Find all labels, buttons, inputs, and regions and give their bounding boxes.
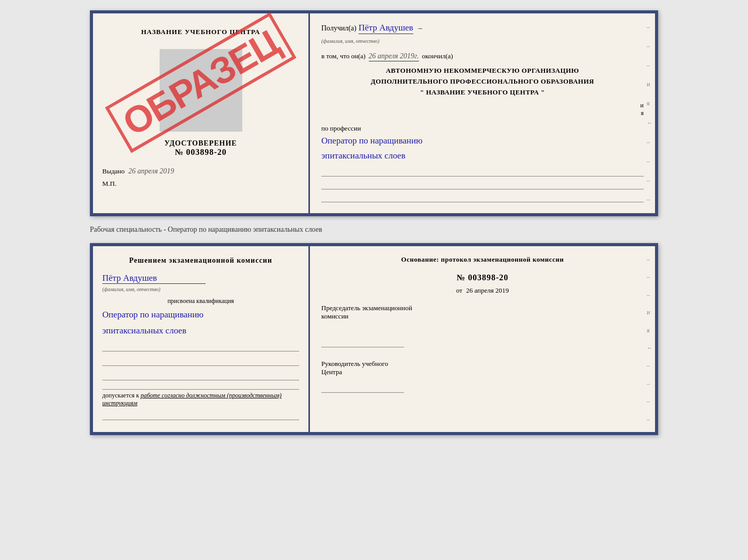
poluchil-label: Получил(а): [321, 24, 356, 33]
prisvoena-label: присвоена квалификация: [102, 297, 299, 305]
udostoverenie-label: УДОСТОВЕРЕНИЕ: [164, 139, 237, 148]
udostoverenie-block: УДОСТОВЕРЕНИЕ № 003898-20: [164, 139, 237, 157]
underline-2: [321, 178, 644, 189]
dash-top: –: [418, 24, 422, 33]
poprofessii-line: по профессии: [321, 124, 644, 133]
profession-block: Оператор по наращиванию эпитаксиальных с…: [321, 134, 644, 164]
qual-line2: эпитаксиальных слоев: [102, 323, 299, 339]
ot-label: от: [456, 286, 462, 294]
top-doc-left: НАЗВАНИЕ УЧЕБНОГО ЦЕНТРА ОБРАЗЕЦ УДОСТОВ…: [93, 13, 310, 213]
dopuskaetsya-underline: [102, 409, 299, 420]
bottom-doc-left: Решением экзаменационной комиссии Пётр А…: [93, 246, 310, 432]
ot-date-line: от 26 апреля 2019: [321, 286, 644, 295]
fio-top: Пётр Авдушев: [359, 23, 413, 34]
vydano-line: Выдано 26 апреля 2019: [102, 167, 299, 175]
qual-underline-3: [102, 369, 299, 380]
dopuskaetsya-line: допускается к работе согласно должностны…: [102, 389, 299, 407]
fio-subtitle-top: (фамилия, имя, отчество): [321, 38, 379, 44]
rukovoditel-label: Руководитель учебного Центра: [321, 360, 644, 376]
profession-line2: эпитаксиальных слоев: [321, 149, 644, 164]
school-name-top: НАЗВАНИЕ УЧЕБНОГО ЦЕНТРА: [141, 28, 260, 36]
and-label: и: [641, 102, 644, 109]
resheniem-title: Решением экзаменационной комиссии: [102, 257, 299, 265]
rukovoditel-line1: Руководитель учебного: [321, 360, 644, 368]
bottom-document: Решением экзаменационной комиссии Пётр А…: [90, 243, 658, 435]
qual-underline-1: [102, 340, 299, 351]
okonchil-label: окончил(а): [422, 52, 453, 60]
predsedatel-label: Председатель экзаменационной комиссии: [321, 304, 644, 321]
vtom-line: в том, что он(а) 26 апреля 2019г. окончи…: [321, 52, 644, 61]
page-wrapper: НАЗВАНИЕ УЧЕБНОГО ЦЕНТРА ОБРАЗЕЦ УДОСТОВ…: [10, 10, 738, 435]
predsedatel-sig-line: [321, 336, 404, 347]
top-doc-right: Получил(а) Пётр Авдушев – (фамилия, имя,…: [310, 13, 655, 213]
middle-text: Рабочая специальность - Оператор по нара…: [90, 226, 658, 234]
org-line3: " НАЗВАНИЕ УЧЕБНОГО ЦЕНТРА ": [321, 87, 644, 98]
spine-right-bottom: – – – и я ← – – – –: [646, 246, 654, 432]
qual-underline-2: [102, 355, 299, 366]
ya-label: я: [641, 109, 644, 117]
qual-line1: Оператор по наращиванию: [102, 307, 299, 323]
qual-block: Оператор по наращиванию эпитаксиальных с…: [102, 307, 299, 339]
underline-3: [321, 191, 644, 202]
org-line1: АВТОНОМНУЮ НЕКОММЕРЧЕСКУЮ ОРГАНИЗАЦИЮ: [321, 66, 644, 76]
top-document: НАЗВАНИЕ УЧЕБНОГО ЦЕНТРА ОБРАЗЕЦ УДОСТОВ…: [90, 10, 658, 216]
mp-line: М.П.: [102, 180, 116, 188]
fio-subtitle-bottom: (фамилия, имя, отчество): [102, 286, 160, 292]
fio-bottom: Пётр Авдушев: [102, 273, 206, 284]
fio-block-bottom: Пётр Авдушев (фамилия, имя, отчество): [102, 273, 299, 293]
predsedatel-line2: комиссии: [321, 312, 644, 321]
ot-date-value: 26 апреля 2019: [466, 286, 509, 294]
dopuskaetsya-label: допускается к: [102, 392, 139, 399]
vtom-date: 26 апреля 2019г.: [369, 52, 419, 61]
profession-line1: Оператор по наращиванию: [321, 134, 644, 149]
stamp-placeholder: [160, 49, 242, 132]
udostoverenie-number: № 003898-20: [164, 148, 237, 157]
vydano-date: 26 апреля 2019: [129, 167, 174, 175]
poluchil-line: Получил(а) Пётр Авдушев – (фамилия, имя,…: [321, 23, 644, 45]
vydano-label: Выдано: [102, 167, 124, 175]
protocol-number: № 003898-20: [321, 273, 644, 282]
osnovanie-title: Основание: протокол экзаменационной коми…: [321, 255, 644, 264]
spine-right-top: – – – и я ← – – – –: [646, 13, 654, 213]
rukovoditel-sig-line: [321, 381, 404, 393]
org-block: АВТОНОМНУЮ НЕКОММЕРЧЕСКУЮ ОРГАНИЗАЦИЮ ДО…: [321, 66, 644, 98]
rukovoditel-line2: Центра: [321, 368, 644, 376]
predsedatel-line1: Председатель экзаменационной: [321, 304, 644, 312]
bottom-doc-right: Основание: протокол экзаменационной коми…: [310, 246, 655, 432]
org-line2: ДОПОЛНИТЕЛЬНОГО ПРОФЕССИОНАЛЬНОГО ОБРАЗО…: [321, 76, 644, 87]
underline-1: [321, 165, 644, 177]
vtom-label: в том, что он(а): [321, 52, 366, 60]
